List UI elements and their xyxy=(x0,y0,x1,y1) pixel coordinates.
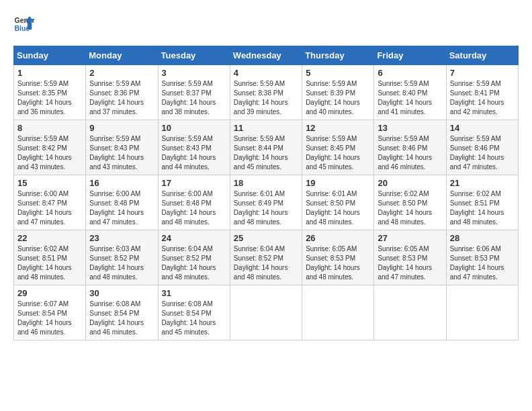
day-cell: 4 Sunrise: 5:59 AMSunset: 8:38 PMDayligh… xyxy=(230,65,302,120)
day-number: 25 xyxy=(234,233,298,243)
day-info: Sunrise: 5:59 AMSunset: 8:37 PMDaylight:… xyxy=(162,80,216,116)
day-info: Sunrise: 5:59 AMSunset: 8:42 PMDaylight:… xyxy=(17,135,72,171)
day-info: Sunrise: 6:03 AMSunset: 8:52 PMDaylight:… xyxy=(89,245,144,281)
day-info: Sunrise: 5:59 AMSunset: 8:40 PMDaylight:… xyxy=(378,80,432,116)
day-number: 28 xyxy=(450,233,515,243)
day-cell: 21 Sunrise: 6:02 AMSunset: 8:51 PMDaylig… xyxy=(446,175,518,230)
header-saturday: Saturday xyxy=(446,46,518,65)
day-cell: 3 Sunrise: 5:59 AMSunset: 8:37 PMDayligh… xyxy=(158,65,230,120)
day-info: Sunrise: 6:08 AMSunset: 8:54 PMDaylight:… xyxy=(162,300,216,336)
week-row-1: 1 Sunrise: 5:59 AMSunset: 8:35 PMDayligh… xyxy=(14,65,519,120)
day-info: Sunrise: 5:59 AMSunset: 8:46 PMDaylight:… xyxy=(378,135,432,171)
logo: General Blue xyxy=(13,13,35,35)
day-info: Sunrise: 6:04 AMSunset: 8:52 PMDaylight:… xyxy=(162,245,216,281)
day-cell: 10 Sunrise: 5:59 AMSunset: 8:43 PMDaylig… xyxy=(158,120,230,175)
day-cell: 15 Sunrise: 6:00 AMSunset: 8:47 PMDaylig… xyxy=(14,175,86,230)
header-row: SundayMondayTuesdayWednesdayThursdayFrid… xyxy=(14,46,519,65)
day-info: Sunrise: 6:02 AMSunset: 8:50 PMDaylight:… xyxy=(378,190,432,226)
day-cell: 14 Sunrise: 5:59 AMSunset: 8:46 PMDaylig… xyxy=(446,120,518,175)
day-number: 9 xyxy=(89,123,154,133)
header-thursday: Thursday xyxy=(302,46,374,65)
day-number: 14 xyxy=(450,123,515,133)
day-number: 3 xyxy=(162,68,226,78)
day-info: Sunrise: 6:07 AMSunset: 8:54 PMDaylight:… xyxy=(17,300,72,336)
day-info: Sunrise: 6:06 AMSunset: 8:53 PMDaylight:… xyxy=(450,245,504,281)
day-cell: 8 Sunrise: 5:59 AMSunset: 8:42 PMDayligh… xyxy=(14,120,86,175)
day-cell: 31 Sunrise: 6:08 AMSunset: 8:54 PMDaylig… xyxy=(158,285,230,340)
day-info: Sunrise: 6:01 AMSunset: 8:50 PMDaylight:… xyxy=(306,190,360,226)
header-tuesday: Tuesday xyxy=(158,46,230,65)
day-cell xyxy=(302,285,374,340)
day-info: Sunrise: 5:59 AMSunset: 8:43 PMDaylight:… xyxy=(89,135,144,171)
day-info: Sunrise: 5:59 AMSunset: 8:39 PMDaylight:… xyxy=(306,80,360,116)
day-number: 17 xyxy=(162,178,226,188)
day-cell: 9 Sunrise: 5:59 AMSunset: 8:43 PMDayligh… xyxy=(86,120,158,175)
day-number: 18 xyxy=(234,178,298,188)
header: General Blue xyxy=(13,13,519,35)
day-number: 20 xyxy=(378,178,442,188)
day-cell: 13 Sunrise: 5:59 AMSunset: 8:46 PMDaylig… xyxy=(374,120,446,175)
day-cell: 12 Sunrise: 5:59 AMSunset: 8:45 PMDaylig… xyxy=(302,120,374,175)
day-cell: 29 Sunrise: 6:07 AMSunset: 8:54 PMDaylig… xyxy=(14,285,86,340)
day-cell: 17 Sunrise: 6:00 AMSunset: 8:48 PMDaylig… xyxy=(158,175,230,230)
day-info: Sunrise: 6:00 AMSunset: 8:48 PMDaylight:… xyxy=(89,190,144,226)
header-monday: Monday xyxy=(86,46,158,65)
day-number: 4 xyxy=(234,68,298,78)
day-info: Sunrise: 6:02 AMSunset: 8:51 PMDaylight:… xyxy=(17,245,72,281)
day-number: 24 xyxy=(162,233,226,243)
week-row-4: 22 Sunrise: 6:02 AMSunset: 8:51 PMDaylig… xyxy=(14,230,519,285)
day-info: Sunrise: 6:02 AMSunset: 8:51 PMDaylight:… xyxy=(450,190,504,226)
week-row-2: 8 Sunrise: 5:59 AMSunset: 8:42 PMDayligh… xyxy=(14,120,519,175)
day-cell: 18 Sunrise: 6:01 AMSunset: 8:49 PMDaylig… xyxy=(230,175,302,230)
day-info: Sunrise: 5:59 AMSunset: 8:38 PMDaylight:… xyxy=(234,80,288,116)
day-cell: 11 Sunrise: 5:59 AMSunset: 8:44 PMDaylig… xyxy=(230,120,302,175)
day-info: Sunrise: 6:04 AMSunset: 8:52 PMDaylight:… xyxy=(234,245,288,281)
day-cell: 24 Sunrise: 6:04 AMSunset: 8:52 PMDaylig… xyxy=(158,230,230,285)
day-number: 23 xyxy=(89,233,154,243)
day-cell: 1 Sunrise: 5:59 AMSunset: 8:35 PMDayligh… xyxy=(14,65,86,120)
day-number: 16 xyxy=(89,178,154,188)
day-cell: 16 Sunrise: 6:00 AMSunset: 8:48 PMDaylig… xyxy=(86,175,158,230)
day-cell xyxy=(446,285,518,340)
day-cell: 20 Sunrise: 6:02 AMSunset: 8:50 PMDaylig… xyxy=(374,175,446,230)
day-cell: 28 Sunrise: 6:06 AMSunset: 8:53 PMDaylig… xyxy=(446,230,518,285)
day-number: 6 xyxy=(378,68,442,78)
week-row-3: 15 Sunrise: 6:00 AMSunset: 8:47 PMDaylig… xyxy=(14,175,519,230)
day-number: 19 xyxy=(306,178,370,188)
day-cell: 19 Sunrise: 6:01 AMSunset: 8:50 PMDaylig… xyxy=(302,175,374,230)
day-cell: 22 Sunrise: 6:02 AMSunset: 8:51 PMDaylig… xyxy=(14,230,86,285)
day-cell: 7 Sunrise: 5:59 AMSunset: 8:41 PMDayligh… xyxy=(446,65,518,120)
day-number: 27 xyxy=(378,233,442,243)
day-number: 8 xyxy=(17,123,82,133)
week-row-5: 29 Sunrise: 6:07 AMSunset: 8:54 PMDaylig… xyxy=(14,285,519,340)
day-number: 30 xyxy=(89,288,154,298)
day-info: Sunrise: 5:59 AMSunset: 8:36 PMDaylight:… xyxy=(89,80,144,116)
day-number: 10 xyxy=(162,123,226,133)
day-number: 5 xyxy=(306,68,370,78)
day-number: 2 xyxy=(89,68,154,78)
day-number: 22 xyxy=(17,233,82,243)
day-cell: 30 Sunrise: 6:08 AMSunset: 8:54 PMDaylig… xyxy=(86,285,158,340)
header-sunday: Sunday xyxy=(14,46,86,65)
day-number: 29 xyxy=(17,288,82,298)
day-cell xyxy=(230,285,302,340)
day-info: Sunrise: 6:05 AMSunset: 8:53 PMDaylight:… xyxy=(378,245,432,281)
day-number: 15 xyxy=(17,178,82,188)
day-number: 13 xyxy=(378,123,442,133)
header-friday: Friday xyxy=(374,46,446,65)
day-number: 31 xyxy=(162,288,226,298)
day-cell: 6 Sunrise: 5:59 AMSunset: 8:40 PMDayligh… xyxy=(374,65,446,120)
logo-icon: General Blue xyxy=(13,13,35,35)
day-info: Sunrise: 6:01 AMSunset: 8:49 PMDaylight:… xyxy=(234,190,288,226)
day-number: 11 xyxy=(234,123,298,133)
day-number: 12 xyxy=(306,123,370,133)
header-wednesday: Wednesday xyxy=(230,46,302,65)
day-info: Sunrise: 6:05 AMSunset: 8:53 PMDaylight:… xyxy=(306,245,360,281)
day-cell: 26 Sunrise: 6:05 AMSunset: 8:53 PMDaylig… xyxy=(302,230,374,285)
day-number: 26 xyxy=(306,233,370,243)
day-cell: 2 Sunrise: 5:59 AMSunset: 8:36 PMDayligh… xyxy=(86,65,158,120)
day-cell: 27 Sunrise: 6:05 AMSunset: 8:53 PMDaylig… xyxy=(374,230,446,285)
day-info: Sunrise: 5:59 AMSunset: 8:41 PMDaylight:… xyxy=(450,80,504,116)
day-cell: 5 Sunrise: 5:59 AMSunset: 8:39 PMDayligh… xyxy=(302,65,374,120)
day-info: Sunrise: 5:59 AMSunset: 8:46 PMDaylight:… xyxy=(450,135,504,171)
